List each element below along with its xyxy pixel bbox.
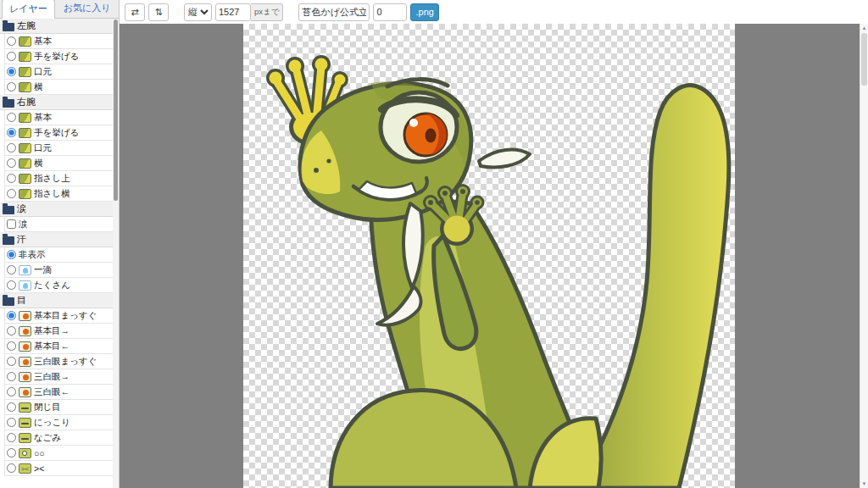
arm-thumbnail-icon <box>19 113 31 123</box>
layer-item-label: 非表示 <box>19 249 46 261</box>
layer-item-label: たくさん <box>34 280 70 291</box>
layer-item-label: 基本目← <box>34 341 70 352</box>
layer-radio[interactable] <box>7 250 16 259</box>
layer-radio[interactable] <box>7 189 16 198</box>
layer-item-row[interactable]: >< <box>4 461 113 476</box>
layer-item-row[interactable]: 非表示 <box>4 247 113 263</box>
layer-radio[interactable] <box>7 463 16 473</box>
layer-radio[interactable] <box>7 311 16 320</box>
layer-item-row[interactable]: 指さし上 <box>4 171 113 186</box>
layer-item-row[interactable]: 一滴 <box>4 263 113 278</box>
tab-layers[interactable]: レイヤー <box>2 0 55 19</box>
arm-thumbnail-icon <box>19 128 31 138</box>
sidebar-scrollbar-thumb[interactable] <box>114 19 118 201</box>
layer-item-row[interactable]: 三白眼→ <box>4 369 113 385</box>
sidebar-scrollbar[interactable] <box>113 19 119 488</box>
layer-folder-row[interactable]: 目 <box>0 293 113 308</box>
layer-folder-row[interactable]: 右腕 <box>0 95 113 110</box>
layer-radio[interactable] <box>7 82 16 92</box>
neck-feather <box>479 150 530 168</box>
layer-folder-row[interactable]: 左腕 <box>0 19 113 34</box>
layer-list: 左腕基本手を挙げる口元横右腕基本手を挙げる口元横指さし上指さし横涙涙汗非表示一滴… <box>0 19 113 488</box>
filename-input[interactable] <box>298 3 370 21</box>
layer-radio[interactable] <box>7 158 16 168</box>
flip-vertical-button[interactable]: ⇅ <box>148 3 169 21</box>
canvas-scrollbar-thumb[interactable] <box>861 33 867 86</box>
layer-item-row[interactable]: たくさん <box>4 278 113 293</box>
layer-item-row[interactable]: 手を挙げる <box>4 49 113 64</box>
layer-radio[interactable] <box>7 265 16 274</box>
layer-item-row[interactable]: 基本目← <box>4 339 113 354</box>
layer-item-row[interactable]: 三白眼まっすぐ <box>4 354 113 369</box>
folder-label: 涙 <box>17 202 26 215</box>
scroll-up-icon[interactable]: ▲ <box>860 24 868 32</box>
layer-item-row[interactable]: 基本 <box>4 34 113 49</box>
padding-input[interactable] <box>373 3 407 21</box>
layer-item-label: 閉じ目 <box>34 402 61 413</box>
layer-checkbox[interactable] <box>7 219 16 229</box>
layer-radio[interactable] <box>7 67 16 76</box>
layer-radio[interactable] <box>7 341 16 351</box>
layer-folder-row[interactable]: 涙 <box>0 202 113 217</box>
layer-radio[interactable] <box>7 418 16 427</box>
layer-item-label: 指さし上 <box>34 173 70 185</box>
layer-radio[interactable] <box>7 387 16 396</box>
scroll-down-icon[interactable]: ▼ <box>860 480 868 488</box>
arm-thumbnail-icon <box>19 52 31 62</box>
main-panel: ⇄ ⇅ 縦 pxまで .png <box>120 0 868 488</box>
layer-item-row[interactable]: 横 <box>4 156 113 171</box>
eye <box>381 92 457 162</box>
layer-item-label: にっこり <box>34 417 70 429</box>
layer-folder-row[interactable]: 汗 <box>0 232 113 247</box>
layer-item-row[interactable]: 基本目まっすぐ <box>4 308 113 324</box>
layer-item-row[interactable]: 指さし横 <box>4 186 113 202</box>
arm-thumbnail-icon <box>19 189 31 199</box>
layer-radio[interactable] <box>7 372 16 381</box>
folder-label: 左腕 <box>17 19 36 32</box>
layer-radio[interactable] <box>7 448 16 458</box>
layer-radio[interactable] <box>7 52 16 61</box>
layer-item-row[interactable]: ○○ <box>4 446 113 461</box>
layer-radio[interactable] <box>7 357 16 366</box>
layer-item-label: 口元 <box>34 142 52 154</box>
layer-item-label: 三白眼← <box>34 386 70 398</box>
layer-radio[interactable] <box>7 174 16 183</box>
folder-icon <box>3 23 14 31</box>
layer-item-row[interactable]: 涙 <box>4 217 113 232</box>
layer-item-row[interactable]: 三白眼← <box>4 385 113 400</box>
tab-favorites[interactable]: お気に入り <box>56 0 119 18</box>
layer-radio[interactable] <box>7 36 16 46</box>
orientation-select[interactable]: 縦 <box>184 3 212 21</box>
layer-item-row[interactable]: なごみ <box>4 430 113 446</box>
layer-radio[interactable] <box>7 143 16 152</box>
tail <box>578 86 729 488</box>
layer-radio[interactable] <box>7 280 16 290</box>
nostril <box>326 158 331 163</box>
size-input[interactable] <box>215 3 251 21</box>
export-png-button[interactable]: .png <box>410 3 438 21</box>
layer-radio[interactable] <box>7 128 16 137</box>
canvas-scrollbar[interactable]: ▲ ▼ <box>860 24 868 488</box>
layer-radio[interactable] <box>7 326 16 336</box>
layer-item-row[interactable]: 閉じ目 <box>4 400 113 415</box>
layer-item-label: 一滴 <box>34 264 52 276</box>
layer-item-row[interactable]: 基本 <box>4 110 113 125</box>
layer-radio[interactable] <box>7 402 16 412</box>
layer-radio[interactable] <box>7 433 16 442</box>
layer-item-row[interactable]: 基本目→ <box>4 324 113 339</box>
eye-round-thumbnail-icon <box>19 448 31 458</box>
layer-item-row[interactable]: 口元 <box>4 64 113 80</box>
layer-item-label: 横 <box>34 158 43 169</box>
eye-thumbnail-icon <box>19 357 31 367</box>
folder-icon <box>3 206 14 214</box>
layer-item-row[interactable]: 横 <box>4 80 113 95</box>
layer-item-row[interactable]: 手を挙げる <box>4 125 113 141</box>
folder-icon <box>3 236 14 245</box>
flip-horizontal-button[interactable]: ⇄ <box>125 3 145 21</box>
layer-item-row[interactable]: 口元 <box>4 141 113 156</box>
layer-item-label: 指さし横 <box>34 188 70 200</box>
layer-radio[interactable] <box>7 113 16 122</box>
layer-item-label: 涙 <box>19 219 28 230</box>
layer-item-row[interactable]: にっこり <box>4 415 113 430</box>
arm-thumbnail-icon <box>19 36 31 47</box>
